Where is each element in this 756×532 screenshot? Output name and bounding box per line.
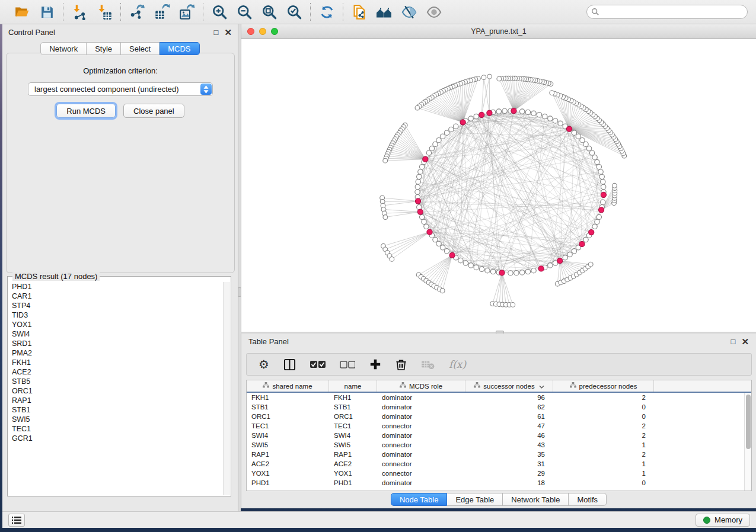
zoom-selected-icon[interactable] — [286, 4, 302, 20]
column-header-name[interactable]: name — [329, 380, 377, 392]
show-graphics-icon[interactable] — [426, 4, 442, 20]
mcds-result-item[interactable]: TID3 — [8, 310, 223, 320]
column-header-predecessor-nodes[interactable]: predecessor nodes — [553, 380, 654, 392]
network-window-titlebar[interactable]: YPA_prune.txt_1 — [241, 24, 756, 39]
table-scrollbar-thumb[interactable] — [746, 395, 751, 449]
tab-edge-table[interactable]: Edge Table — [447, 493, 503, 506]
column-header-MCDS-role[interactable]: MCDS role — [377, 380, 465, 392]
save-icon[interactable] — [39, 4, 55, 20]
columns-icon[interactable] — [283, 358, 296, 371]
tab-style[interactable]: Style — [87, 42, 121, 55]
mcds-result-item[interactable]: YOX1 — [8, 320, 223, 329]
zoom-out-icon[interactable] — [236, 4, 253, 20]
cell-successor-nodes: 31 — [465, 460, 553, 467]
clone-network-icon[interactable] — [351, 4, 368, 20]
table-row[interactable]: FKH1FKH1dominator962 — [247, 393, 751, 402]
tab-select[interactable]: Select — [121, 42, 160, 55]
cell-name: SWI5 — [329, 441, 377, 448]
select-all-icon[interactable] — [310, 360, 326, 368]
tab-mcds[interactable]: MCDS — [160, 42, 199, 55]
mcds-result-list[interactable]: PHD1CAR1STP4TID3YOX1SWI4SRD1PMA2FKH1ACE2… — [8, 282, 223, 495]
function-builder-icon: f(x) — [449, 358, 466, 370]
mcds-result-item[interactable]: SWI4 — [8, 329, 223, 339]
table-row[interactable]: SWI4SWI4dominator462 — [247, 431, 751, 440]
export-image-icon[interactable] — [178, 4, 195, 20]
column-header-shared-name[interactable]: shared name — [247, 380, 329, 392]
table-panel-header: Table Panel □ ✕ — [241, 334, 756, 349]
cell-predecessor-nodes: 0 — [553, 479, 654, 486]
task-history-button[interactable] — [8, 514, 25, 527]
cell-predecessor-nodes: 2 — [553, 422, 654, 430]
mcds-result-item[interactable]: PHD1 — [8, 282, 223, 291]
mcds-result-item[interactable]: SRD1 — [8, 339, 223, 348]
tab-motifs[interactable]: Motifs — [569, 493, 607, 506]
table-row[interactable]: SWI5SWI5connector431 — [247, 440, 751, 450]
export-network-icon[interactable] — [129, 4, 145, 20]
close-panel-icon[interactable]: ✕ — [741, 337, 749, 346]
deselect-all-icon[interactable] — [340, 360, 355, 368]
mcds-result-item[interactable]: ORC1 — [8, 386, 223, 396]
run-mcds-button[interactable]: Run MCDS — [56, 104, 116, 118]
criterion-selected-value: largest connected component (undirected) — [34, 85, 179, 94]
delete-column-icon[interactable] — [395, 358, 407, 371]
import-network-icon[interactable] — [71, 4, 88, 20]
mcds-result-item[interactable]: CAR1 — [8, 291, 223, 301]
close-panel-button[interactable]: Close panel — [123, 104, 184, 118]
cell-mcds-role: dominator — [377, 451, 465, 458]
table-row[interactable]: YOX1YOX1connector291 — [247, 469, 751, 478]
refresh-layout-icon[interactable] — [318, 4, 335, 20]
cell-mcds-role: dominator — [377, 479, 465, 486]
table-row[interactable]: TEC1TEC1connector472 — [247, 421, 751, 431]
cell-successor-nodes: 61 — [465, 413, 553, 420]
mcds-result-item[interactable]: GCR1 — [8, 434, 223, 443]
mcds-result-item[interactable]: STB1 — [8, 405, 223, 415]
table-panel-title: Table Panel — [248, 337, 289, 346]
cell-shared-name: PHD1 — [247, 479, 329, 486]
mcds-result-item[interactable]: ACE2 — [8, 367, 223, 377]
table-tabs: Node TableEdge TableNetwork TableMotifs — [241, 493, 756, 506]
tab-network[interactable]: Network — [40, 42, 87, 55]
tab-node-table[interactable]: Node Table — [391, 493, 448, 506]
table-row[interactable]: PHD1PHD1dominator180 — [247, 478, 751, 488]
cell-name: STB1 — [329, 403, 377, 411]
float-panel-icon[interactable]: □ — [731, 338, 736, 345]
table-row[interactable]: ORC1ORC1dominator610 — [247, 412, 751, 421]
mcds-result-item[interactable]: PMA2 — [8, 348, 223, 358]
mcds-result-item[interactable]: RAP1 — [8, 396, 223, 405]
table-settings-icon[interactable]: ⚙ — [259, 358, 269, 370]
mcds-result-item[interactable]: STB5 — [8, 377, 223, 386]
mcds-result-item[interactable]: TEC1 — [8, 424, 223, 434]
search-input[interactable] — [586, 5, 748, 19]
mcds-result-item[interactable]: FKH1 — [8, 358, 223, 367]
table-scrollbar[interactable] — [744, 393, 751, 491]
float-panel-icon[interactable]: □ — [214, 28, 219, 36]
open-file-icon[interactable] — [14, 4, 30, 20]
mcds-result-item[interactable]: SWI5 — [8, 415, 223, 424]
network-canvas[interactable] — [241, 39, 756, 332]
table-row[interactable]: ACE2ACE2connector311 — [247, 459, 751, 469]
cell-predecessor-nodes: 1 — [553, 470, 654, 477]
cell-mcds-role: dominator — [377, 394, 465, 401]
tab-network-table[interactable]: Network Table — [503, 493, 569, 506]
zoom-fit-icon[interactable] — [261, 4, 277, 20]
zoom-in-icon[interactable] — [211, 4, 228, 20]
close-panel-icon[interactable]: ✕ — [224, 28, 232, 37]
table-row[interactable]: STB1STB1dominator620 — [247, 402, 751, 412]
column-type-icon — [263, 382, 269, 390]
column-header-successor-nodes[interactable]: successor nodes — [465, 380, 553, 392]
add-column-icon[interactable] — [369, 358, 381, 370]
memory-button[interactable]: Memory — [696, 514, 750, 527]
criterion-select[interactable]: largest connected component (undirected) — [28, 82, 213, 96]
cell-shared-name: FKH1 — [247, 394, 329, 401]
cell-predecessor-nodes: 0 — [553, 413, 654, 420]
cell-name: FKH1 — [329, 394, 377, 401]
cell-mcds-role: connector — [377, 470, 465, 477]
mcds-result-scrollbar[interactable] — [223, 282, 230, 495]
table-row[interactable]: RAP1RAP1dominator352 — [247, 450, 751, 459]
export-table-icon[interactable] — [154, 4, 170, 20]
birdseye-view-icon[interactable] — [401, 4, 417, 20]
control-panel-title: Control Panel — [8, 28, 55, 37]
import-table-icon[interactable] — [96, 4, 113, 20]
hide-panels-icon[interactable] — [376, 4, 393, 20]
mcds-result-item[interactable]: STP4 — [8, 301, 223, 310]
